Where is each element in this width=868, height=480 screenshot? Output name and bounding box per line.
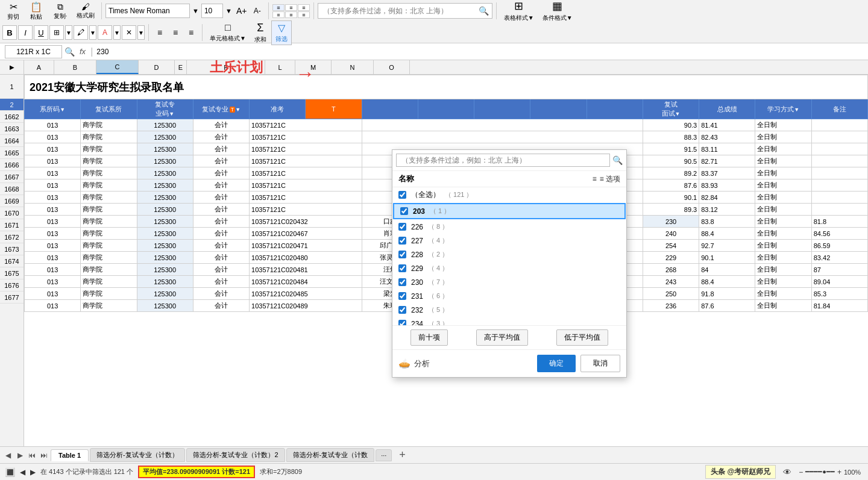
sheet-tab-analysis3[interactable]: 筛选分析-复试专业（计数 [286, 448, 375, 462]
filter-confirm-button[interactable]: 确定 [537, 355, 576, 372]
cell-style-button[interactable]: □ 单元格格式▼ [206, 21, 250, 44]
row-num-1664[interactable]: 1664 [0, 135, 24, 147]
cell-admission[interactable]: 10357121C [250, 119, 362, 131]
tab-first-button[interactable]: ⏮ [27, 450, 37, 461]
col-header-m[interactable]: M [295, 60, 332, 74]
row-num-1677[interactable]: 1677 [0, 291, 24, 304]
filter-item-231[interactable]: 231 （ 6 ） [392, 289, 626, 303]
col-header-n[interactable]: N [332, 60, 374, 74]
header-col-admission[interactable]: 准考 [250, 99, 306, 119]
right-align-button[interactable]: ≡ [184, 25, 198, 40]
row-num-1672[interactable]: 1672 [0, 231, 24, 243]
header-col-speccode[interactable]: 复试专业码▼ [137, 99, 193, 119]
status-nav-right[interactable]: ▶ [30, 468, 36, 476]
header-col-system[interactable]: 复试系所 [81, 99, 137, 119]
filter-checkbox-203[interactable] [400, 207, 408, 215]
filter-item-232[interactable]: 232 （ 5 ） [392, 303, 626, 317]
formula-input[interactable] [95, 46, 863, 57]
filter-item-230[interactable]: 230 （ 7 ） [392, 275, 626, 289]
row-num-1666[interactable]: 1666 [0, 159, 24, 171]
align-top-left-button[interactable]: ≡ [272, 4, 285, 11]
filter-item-227[interactable]: 227 （ 4 ） [392, 234, 626, 248]
row-num-1667[interactable]: 1667 [0, 171, 24, 183]
tab-next-button[interactable]: ▶ [14, 450, 25, 461]
filter-checkbox-230[interactable] [398, 278, 406, 286]
table-style-button[interactable]: ⊞ 表格样式▼ [500, 0, 538, 23]
row-num-1675[interactable]: 1675 [0, 267, 24, 279]
underline-button[interactable]: U [34, 25, 48, 40]
col-header-c[interactable]: C [96, 60, 139, 74]
filter-cancel-button[interactable]: 取消 [580, 355, 620, 372]
row-num-1669[interactable]: 1669 [0, 195, 24, 207]
filter-item-229[interactable]: 229 （ 4 ） [392, 261, 626, 275]
cell-spec[interactable]: 会计 [193, 119, 249, 131]
del-btn[interactable]: ✕ [122, 25, 136, 40]
row-num-2[interactable]: 2 [0, 99, 24, 111]
sum-button[interactable]: Σ 求和 [251, 20, 270, 45]
border-button[interactable]: ⊞ [49, 25, 64, 40]
filter-options-btn[interactable]: ≡ ≡ 选项 [593, 174, 620, 184]
border-dropdown[interactable]: ▼ [65, 25, 72, 40]
filter-item-234[interactable]: 234 （ 3 ） [392, 317, 626, 326]
align-top-center-button[interactable]: ≡ [285, 4, 297, 11]
filter-checkbox-228[interactable] [398, 251, 406, 258]
paste-button[interactable]: 📋 粘贴 [25, 0, 47, 22]
format-painter-button[interactable]: 🖌 格式刷 [74, 1, 98, 21]
filter-below-avg-button[interactable]: 低于平均值 [556, 329, 608, 346]
row-num-1673[interactable]: 1673 [0, 243, 24, 255]
header-col-interview[interactable]: 复试面试▼ [643, 99, 699, 119]
row-num-1674[interactable]: 1674 [0, 255, 24, 267]
cut-button[interactable]: ✂ 剪切 [2, 0, 24, 22]
row-num-1668[interactable]: 1668 [0, 183, 24, 195]
col-header-e[interactable]: E [175, 60, 187, 74]
zoom-minus[interactable]: − [799, 468, 803, 476]
italic-button[interactable]: I [18, 25, 33, 40]
cell-speccode[interactable]: 125300 [137, 119, 193, 131]
sheet-tab-analysis2[interactable]: 筛选分析-复试专业（计数）2 [186, 448, 285, 462]
row-num-1671[interactable]: 1671 [0, 219, 24, 231]
header-col-t2[interactable]: T [306, 99, 362, 119]
col-header-l[interactable]: L [265, 60, 295, 74]
filter-item-all[interactable]: （全选） （ 121 ） [392, 187, 626, 202]
tab-prev-button[interactable]: ◀ [2, 450, 13, 461]
del-dropdown[interactable]: ▼ [137, 25, 145, 40]
filter-checkbox-229[interactable] [398, 264, 406, 272]
zoom-slider[interactable]: ━━━━●━━ [805, 468, 835, 476]
align-mid-right-button[interactable]: ≡ [298, 11, 310, 18]
cell-ref-input[interactable] [5, 45, 62, 58]
row-num-1[interactable]: 1 [0, 75, 24, 99]
status-nav-left[interactable]: ◀ [20, 468, 25, 476]
row-num-1663[interactable]: 1663 [0, 123, 24, 135]
filter-item-203[interactable]: 203 （ 1 ） [393, 203, 626, 219]
align-mid-center-button[interactable]: ≡ [285, 11, 297, 18]
row-num-1665[interactable]: 1665 [0, 147, 24, 159]
zoom-control[interactable]: − ━━━━●━━ + 100% [799, 468, 863, 476]
filter-above-avg-button[interactable]: 高于平均值 [476, 329, 528, 346]
align-mid-left-button[interactable]: ≡ [272, 11, 285, 18]
filter-checkbox-234[interactable] [398, 320, 406, 326]
cond-format-button[interactable]: ▦ 条件格式▼ [539, 0, 576, 23]
bold-button[interactable]: B [2, 25, 17, 40]
font-color-button[interactable]: A [98, 25, 112, 40]
center-align-button[interactable]: ≡ [168, 25, 183, 40]
filter-analysis-btn[interactable]: 🥧 分析 [398, 358, 430, 369]
cell-system[interactable]: 商学院 [81, 119, 137, 131]
row-num-1662[interactable]: 1662 [0, 111, 24, 123]
row-num-1676[interactable]: 1676 [0, 279, 24, 291]
row-num-1670[interactable]: 1670 [0, 207, 24, 219]
fill-dropdown[interactable]: ▼ [89, 25, 96, 40]
header-col-mode[interactable]: 学习方式▼ [755, 99, 811, 119]
filter-checkbox-232[interactable] [398, 306, 406, 314]
sheet-tab-table1[interactable]: Table 1 [51, 449, 89, 461]
filter-checkbox-all[interactable] [398, 191, 406, 199]
font-size-input[interactable] [201, 4, 223, 18]
filter-item-228[interactable]: 228 （ 2 ） [392, 248, 626, 261]
font-name-input[interactable] [105, 4, 190, 18]
tab-last-button[interactable]: ⏭ [39, 450, 49, 461]
filter-checkbox-231[interactable] [398, 292, 406, 300]
header-col-syscode[interactable]: 系所码▼ [25, 99, 81, 119]
zoom-plus[interactable]: + [837, 468, 841, 476]
col-header-a[interactable]: A [24, 60, 54, 74]
col-header-b[interactable]: B [54, 60, 96, 74]
more-sheets-button[interactable]: ··· [376, 449, 392, 461]
